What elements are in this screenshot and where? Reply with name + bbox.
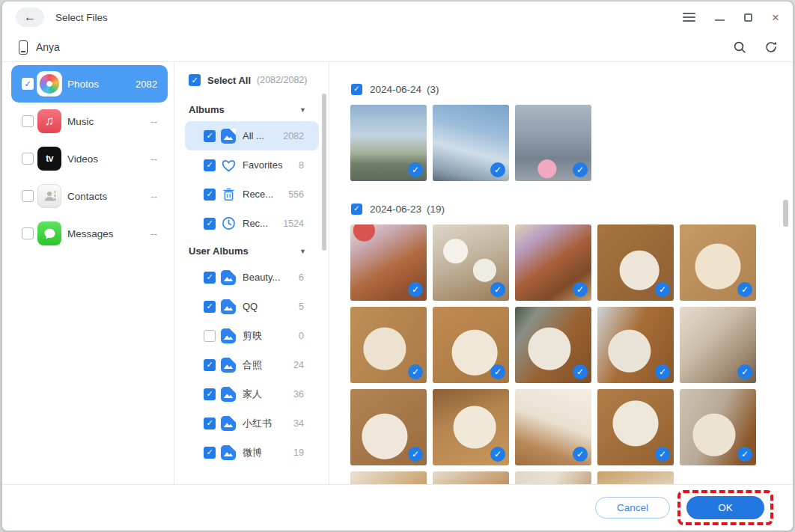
date-group-checkbox[interactable]: ✓ <box>351 204 362 215</box>
photo-selected-check-icon[interactable]: ✓ <box>737 447 752 462</box>
cancel-button[interactable]: Cancel <box>595 497 670 519</box>
photo-thumbnail-cat-wood-floor-partial-2[interactable]: ✓ <box>433 471 509 484</box>
sidebar-item-music[interactable]: ♫Music-- <box>11 103 168 140</box>
sidebar-item-photos[interactable]: ✓Photos2082 <box>11 65 168 103</box>
photo-thumbnail-cat-sprawled-on-floor[interactable]: ✓ <box>597 389 674 465</box>
photo-selected-check-icon[interactable]: ✓ <box>408 447 423 462</box>
album-item[interactable]: ✓QQ5 <box>185 292 319 321</box>
photo-thumbnail-cat-lying-looking-up[interactable]: ✓ <box>350 307 427 383</box>
picture-icon <box>220 299 237 315</box>
photo-selected-check-icon[interactable]: ✓ <box>408 364 423 379</box>
photo-thumbnail-ragdoll-sitting-looking[interactable]: ✓ <box>350 389 427 465</box>
album-checkbox[interactable]: ✓ <box>204 272 216 284</box>
date-group-count: (19) <box>427 204 445 215</box>
album-item[interactable]: 剪映0 <box>185 321 319 350</box>
photo-selected-check-icon[interactable]: ✓ <box>490 282 505 297</box>
album-count: 8 <box>299 160 304 171</box>
album-checkbox[interactable]: ✓ <box>204 301 216 313</box>
photo-selected-check-icon[interactable]: ✓ <box>737 282 752 297</box>
album-item[interactable]: ✓合照24 <box>185 350 319 379</box>
device-bar: Anya <box>2 33 793 62</box>
photo-thumbnail-crawfish-tray-watermelon[interactable]: ✓ <box>350 224 427 301</box>
photo-thumbnail-fluffy-cat-lying-floor[interactable]: ✓ <box>433 307 509 383</box>
album-checkbox[interactable]: ✓ <box>204 418 216 429</box>
photo-selected-check-icon[interactable]: ✓ <box>655 364 670 379</box>
album-item[interactable]: ✓家人36 <box>185 379 319 409</box>
album-item[interactable]: ✓Favorites8 <box>185 150 319 180</box>
photo-selected-check-icon[interactable]: ✓ <box>573 364 588 379</box>
close-button[interactable]: × <box>772 11 779 24</box>
music-checkbox[interactable] <box>22 115 34 127</box>
main-content: ✓Photos2082♫Music--tvVideos--Contacts--M… <box>2 62 793 484</box>
photo-thumbnail-buildings-pink-mascot[interactable]: ✓ <box>515 105 591 181</box>
album-label: Beauty... <box>243 272 280 283</box>
album-item[interactable]: ✓微博19 <box>185 438 319 467</box>
sidebar-item-contacts[interactable]: Contacts-- <box>11 177 168 215</box>
date-group-checkbox[interactable]: ✓ <box>351 84 362 95</box>
photo-thumbnail-ragdoll-facing-camera[interactable]: ✓ <box>597 307 674 383</box>
ok-button[interactable]: OK <box>686 496 764 519</box>
album-checkbox[interactable]: ✓ <box>204 130 216 142</box>
photo-thumbnail-crawfish-tray-onions[interactable]: ✓ <box>515 224 591 301</box>
photo-thumbnail-ragdoll-by-cabinet[interactable]: ✓ <box>515 307 591 383</box>
album-checkbox[interactable]: ✓ <box>204 189 216 201</box>
photo-selected-check-icon[interactable]: ✓ <box>737 364 752 379</box>
photo-thumbnail-siamese-cat-closeup-petting[interactable]: ✓ <box>680 307 756 383</box>
chevron-down-icon[interactable]: ▼ <box>299 106 306 114</box>
minimize-button[interactable] <box>715 19 725 21</box>
select-all-checkbox[interactable]: ✓ <box>189 74 201 86</box>
album-checkbox[interactable]: ✓ <box>204 359 216 371</box>
messages-checkbox[interactable] <box>22 227 34 239</box>
photo-thumbnail-cat-rolling-on-floor[interactable]: ✓ <box>433 389 509 465</box>
photo-thumbnail-ragdoll-profile-by-cabinet[interactable]: ✓ <box>680 389 756 465</box>
album-checkbox[interactable]: ✓ <box>204 388 216 400</box>
refresh-icon[interactable] <box>764 40 778 54</box>
maximize-button[interactable] <box>744 13 752 22</box>
photo-thumbnail-white-bowls-over-food[interactable]: ✓ <box>433 224 509 301</box>
photos-scrollbar[interactable] <box>783 200 788 227</box>
album-checkbox[interactable]: ✓ <box>204 218 216 230</box>
album-item[interactable]: ✓小红书34 <box>185 409 319 438</box>
photo-thumbnail-ragdoll-cat-on-wood-floor[interactable]: ✓ <box>597 224 674 301</box>
album-item[interactable]: ✓Rec...1524 <box>185 209 319 238</box>
sidebar-item-messages[interactable]: Messages-- <box>11 215 168 252</box>
sidebar-item-videos[interactable]: tvVideos-- <box>11 140 168 177</box>
photo-selected-check-icon[interactable]: ✓ <box>490 162 505 177</box>
album-item[interactable]: ✓All ...2082 <box>185 121 319 150</box>
photo-selected-check-icon[interactable]: ✓ <box>655 447 670 462</box>
photo-thumbnail-cat-wood-floor-partial-4[interactable]: ✓ <box>597 471 674 484</box>
photo-thumbnail-white-cat-upside-down-closeup[interactable]: ✓ <box>515 389 591 465</box>
album-label: 小红书 <box>243 417 272 430</box>
sidebar-item-label: Photos <box>67 79 99 90</box>
photo-selected-check-icon[interactable]: ✓ <box>408 282 423 297</box>
photo-selected-check-icon[interactable]: ✓ <box>573 282 588 297</box>
photo-thumbnail-city-buildings-sky[interactable]: ✓ <box>350 105 427 181</box>
photo-selected-check-icon[interactable]: ✓ <box>490 364 505 379</box>
photo-thumbnail-cat-wood-floor-partial-3[interactable]: ✓ <box>515 471 591 484</box>
albums-scrollbar[interactable] <box>322 94 326 251</box>
album-checkbox[interactable] <box>204 330 216 342</box>
videos-checkbox[interactable] <box>22 153 34 165</box>
sidebar-item-count: -- <box>150 153 157 165</box>
photos-checkbox[interactable]: ✓ <box>22 78 34 90</box>
contacts-checkbox[interactable] <box>22 190 34 202</box>
chevron-down-icon[interactable]: ▼ <box>299 248 306 255</box>
photo-selected-check-icon[interactable]: ✓ <box>490 447 505 462</box>
album-item[interactable]: ✓Rece...556 <box>185 180 319 209</box>
album-item[interactable]: ✓Beauty...6 <box>185 263 319 292</box>
photo-thumbnail-cream-cat-lying[interactable]: ✓ <box>680 224 756 301</box>
photo-selected-check-icon[interactable]: ✓ <box>573 162 588 177</box>
photo-thumbnail-cat-wood-floor-partial-1[interactable]: ✓ <box>350 471 427 484</box>
select-all-row[interactable]: ✓Select All(2082/2082) <box>174 74 329 86</box>
titlebar: ← Select Files × <box>2 1 793 33</box>
back-button[interactable]: ← <box>16 7 44 27</box>
menu-icon[interactable] <box>683 13 695 22</box>
photo-selected-check-icon[interactable]: ✓ <box>655 282 670 297</box>
search-icon[interactable] <box>733 40 746 54</box>
photo-selected-check-icon[interactable]: ✓ <box>573 447 588 462</box>
album-checkbox[interactable]: ✓ <box>204 447 216 459</box>
photo-selected-check-icon[interactable]: ✓ <box>408 162 423 177</box>
album-checkbox[interactable]: ✓ <box>204 159 216 171</box>
album-label: 剪映 <box>243 329 262 343</box>
photo-thumbnail-sky-clouds-streetlight[interactable]: ✓ <box>433 105 509 181</box>
